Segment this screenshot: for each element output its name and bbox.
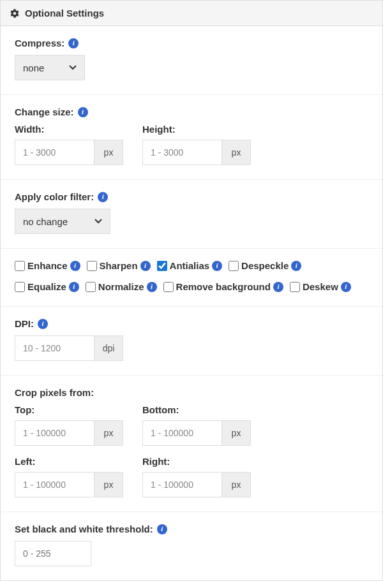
normalize-label[interactable]: Normalize	[98, 281, 144, 292]
crop-left-unit: px	[94, 472, 123, 497]
crop-left-label: Left:	[15, 456, 123, 467]
color-filter-label: Apply color filter:	[15, 191, 94, 202]
crop-right-unit: px	[222, 472, 251, 497]
despeckle-checkbox[interactable]	[229, 261, 239, 271]
check-item-enhance: Enhance i	[15, 260, 80, 271]
removebg-label[interactable]: Remove background	[176, 281, 271, 292]
crop-bottom-unit: px	[222, 420, 251, 446]
despeckle-label[interactable]: Despeckle	[241, 260, 289, 271]
deskew-checkbox[interactable]	[290, 282, 300, 292]
normalize-checkbox[interactable]	[86, 282, 96, 292]
color-filter-select[interactable]: no change	[15, 209, 110, 234]
section-change-size: Change size: i Width: px Height: px	[1, 95, 382, 180]
equalize-checkbox[interactable]	[15, 282, 25, 292]
height-input[interactable]	[142, 140, 222, 165]
crop-top-unit: px	[94, 420, 123, 446]
crop-top-label: Top:	[15, 404, 123, 415]
enhance-label[interactable]: Enhance	[27, 260, 68, 271]
check-item-normalize: Normalize i	[86, 281, 157, 292]
enhance-checkbox[interactable]	[15, 261, 25, 271]
dpi-label-row: DPI: i	[15, 318, 368, 329]
change-size-label-row: Change size: i	[15, 107, 368, 117]
section-color-filter: Apply color filter: i no change	[1, 180, 382, 249]
optional-settings-panel: Optional Settings Compress: i none Chang…	[0, 0, 383, 581]
width-input-group: px	[15, 140, 123, 165]
info-icon[interactable]: i	[273, 282, 283, 292]
info-icon[interactable]: i	[69, 282, 79, 292]
color-filter-label-row: Apply color filter: i	[15, 191, 368, 202]
panel-header: Optional Settings	[1, 1, 382, 26]
info-icon[interactable]: i	[68, 38, 79, 48]
width-input[interactable]	[15, 140, 94, 165]
check-item-despeckle: Despeckle i	[229, 260, 301, 271]
sharpen-checkbox[interactable]	[87, 261, 97, 271]
info-icon[interactable]: i	[157, 524, 167, 534]
check-item-antialias: Antialias i	[157, 260, 223, 271]
check-item-deskew: Deskew i	[290, 281, 351, 292]
crop-right-input[interactable]	[142, 472, 222, 497]
height-unit: px	[222, 140, 251, 165]
crop-left-input[interactable]	[15, 472, 94, 497]
width-unit: px	[94, 140, 123, 165]
section-threshold: Set black and white threshold: i	[1, 512, 382, 580]
dpi-unit: dpi	[94, 335, 123, 361]
width-label: Width:	[15, 124, 123, 135]
check-item-equalize: Equalize i	[15, 281, 79, 292]
section-dpi: DPI: i dpi	[1, 307, 382, 376]
crop-label: Crop pixels from:	[15, 387, 94, 398]
removebg-checkbox[interactable]	[163, 282, 174, 292]
panel-title: Optional Settings	[25, 8, 104, 18]
info-icon[interactable]: i	[98, 192, 108, 202]
compress-select[interactable]: none	[15, 55, 85, 80]
section-compress: Compress: i none	[1, 26, 382, 95]
crop-right-input-group: px	[142, 472, 251, 497]
crop-top-input-group: px	[15, 420, 123, 446]
sharpen-label[interactable]: Sharpen	[100, 260, 138, 271]
threshold-input[interactable]	[15, 541, 91, 566]
antialias-label[interactable]: Antialias	[170, 260, 210, 271]
info-icon[interactable]: i	[147, 282, 157, 292]
info-icon[interactable]: i	[38, 319, 48, 329]
dpi-input-group: dpi	[15, 335, 123, 361]
compress-label: Compress:	[15, 38, 64, 48]
check-item-removebg: Remove background i	[163, 281, 283, 292]
crop-label-row: Crop pixels from:	[15, 387, 368, 398]
dpi-label: DPI:	[15, 318, 34, 329]
section-checkboxes: Enhance i Sharpen i Antialias i Despeckl…	[1, 249, 382, 307]
info-icon[interactable]: i	[70, 261, 80, 271]
check-item-sharpen: Sharpen i	[87, 260, 151, 271]
change-size-label: Change size:	[15, 107, 74, 117]
info-icon[interactable]: i	[341, 282, 351, 292]
height-label: Height:	[142, 124, 251, 135]
equalize-label[interactable]: Equalize	[27, 281, 66, 292]
compress-label-row: Compress: i	[15, 38, 368, 48]
antialias-checkbox[interactable]	[157, 261, 167, 271]
threshold-label: Set black and white threshold:	[15, 524, 153, 534]
info-icon[interactable]: i	[291, 261, 301, 271]
crop-top-input[interactable]	[15, 420, 94, 446]
crop-left-input-group: px	[15, 472, 123, 497]
crop-bottom-label: Bottom:	[142, 404, 251, 415]
info-icon[interactable]: i	[212, 261, 222, 271]
threshold-input-group	[15, 541, 91, 566]
deskew-label[interactable]: Deskew	[303, 281, 338, 292]
dpi-input[interactable]	[15, 335, 94, 361]
info-icon[interactable]: i	[78, 107, 88, 117]
crop-right-label: Right:	[142, 456, 251, 467]
section-crop: Crop pixels from: Top: px Bottom: px Lef…	[1, 376, 382, 512]
threshold-label-row: Set black and white threshold: i	[15, 524, 368, 534]
crop-bottom-input[interactable]	[142, 420, 222, 446]
height-input-group: px	[142, 140, 251, 165]
gear-icon	[10, 8, 20, 18]
crop-bottom-input-group: px	[142, 420, 251, 446]
info-icon[interactable]: i	[140, 261, 151, 271]
